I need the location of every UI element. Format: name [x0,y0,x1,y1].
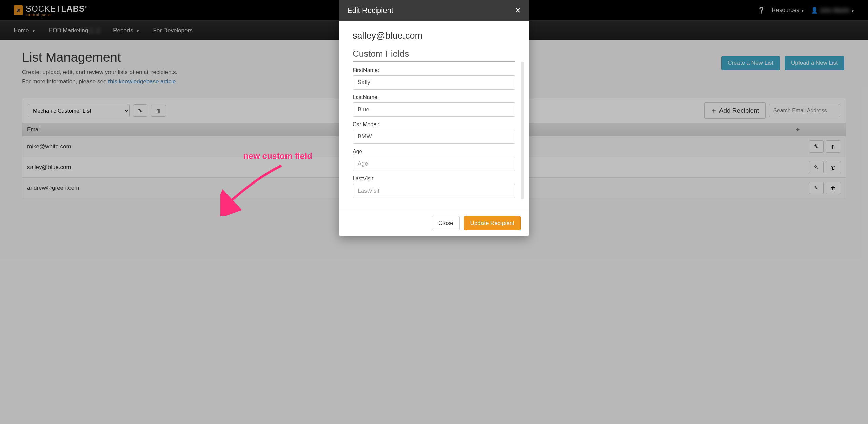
modal-title: Edit Recipient [347,6,393,15]
lastname-field[interactable] [353,102,515,117]
lastvisit-field[interactable] [353,184,515,198]
close-button[interactable]: Close [432,216,459,230]
age-label: Age: [353,149,515,155]
carmodel-field[interactable] [353,130,515,144]
firstname-label: FirstName: [353,67,515,73]
age-field[interactable] [353,157,515,171]
modal-scrollbar[interactable] [521,62,524,199]
close-icon[interactable]: ✕ [515,6,521,15]
carmodel-label: Car Model: [353,121,515,128]
lastvisit-label: LastVisit: [353,176,515,182]
edit-recipient-modal: Edit Recipient ✕ salley@blue.com Custom … [339,0,529,236]
custom-fields-heading: Custom Fields [353,49,515,62]
lastname-label: LastName: [353,94,515,100]
recipient-email-heading: salley@blue.com [353,31,515,41]
update-recipient-button[interactable]: Update Recipient [464,216,521,230]
firstname-field[interactable] [353,75,515,90]
modal-header: Edit Recipient ✕ [339,0,529,21]
